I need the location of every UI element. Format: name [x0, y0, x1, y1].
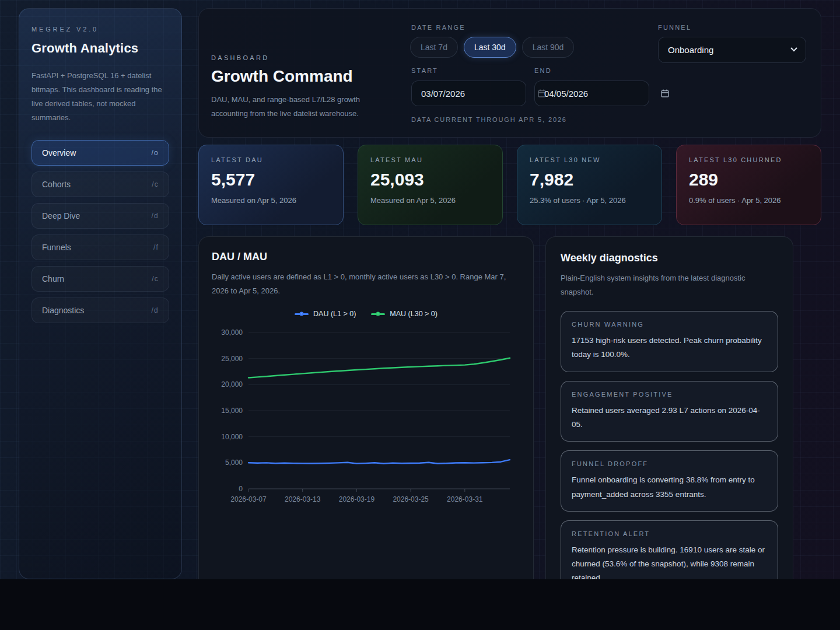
- app-description: FastAPI + PostgreSQL 16 + datelist bitma…: [32, 69, 169, 125]
- header-card: DASHBOARD Growth Command DAU, MAU, and r…: [198, 8, 821, 138]
- svg-text:5,000: 5,000: [225, 459, 243, 467]
- header-hero: DASHBOARD Growth Command DAU, MAU, and r…: [211, 54, 392, 121]
- insight-churn-warning: CHURN WARNING 17153 high-risk users dete…: [561, 311, 778, 372]
- sidebar-item-deep-dive[interactable]: Deep Dive /d: [32, 203, 169, 229]
- chart-title: DAU / MAU: [212, 251, 520, 263]
- stat-label: LATEST DAU: [211, 156, 331, 163]
- svg-text:2026-03-19: 2026-03-19: [339, 495, 375, 503]
- insight-body: Funnel onboarding is converting 38.8% fr…: [572, 473, 767, 502]
- svg-text:0: 0: [239, 485, 243, 493]
- svg-text:2026-03-13: 2026-03-13: [285, 495, 321, 503]
- app-version-kicker: MEGREZ V2.0: [32, 26, 169, 33]
- legend-label: DAU (L1 > 0): [313, 310, 356, 318]
- stat-value: 289: [689, 170, 808, 190]
- dashboard-kicker: DASHBOARD: [211, 54, 392, 61]
- funnel-label: FUNNEL: [658, 24, 691, 31]
- data-current-note: DATA CURRENT THROUGH APR 5, 2026: [411, 116, 567, 123]
- svg-text:25,000: 25,000: [221, 355, 243, 363]
- start-label: START: [411, 67, 438, 74]
- stat-card-latest-l30-new: LATEST L30 NEW 7,982 25.3% of users · Ap…: [517, 145, 662, 225]
- end-date-field: [534, 80, 649, 106]
- funnel-select[interactable]: Onboarding: [658, 37, 806, 63]
- sidebar-item-diagnostics[interactable]: Diagnostics /d: [32, 298, 169, 323]
- nav-label: Funnels: [42, 243, 71, 252]
- insight-body: 17153 high-risk users detected. Peak chu…: [572, 334, 767, 362]
- range-last-7d-button[interactable]: Last 7d: [410, 37, 458, 58]
- nav-label: Diagnostics: [42, 306, 84, 315]
- stat-label: LATEST MAU: [370, 156, 490, 163]
- nav-shortcut: /o: [152, 149, 159, 157]
- app-background: MEGREZ V2.0 Growth Analytics FastAPI + P…: [0, 0, 840, 579]
- nav-label: Deep Dive: [42, 211, 80, 220]
- insight-label: RETENTION ALERT: [572, 530, 767, 537]
- nav-label: Churn: [42, 274, 64, 284]
- stat-value: 7,982: [530, 170, 649, 190]
- svg-text:20,000: 20,000: [221, 380, 243, 388]
- stat-value: 25,093: [370, 170, 490, 190]
- end-label: END: [534, 67, 552, 74]
- svg-text:10,000: 10,000: [221, 433, 243, 441]
- nav-label: Overview: [42, 148, 76, 158]
- stat-label: LATEST L30 CHURNED: [689, 156, 808, 163]
- funnel-select-wrap: Onboarding: [658, 37, 806, 63]
- sidebar-item-funnels[interactable]: Funnels /f: [32, 235, 169, 260]
- calendar-icon: [660, 89, 670, 98]
- mau-series-marker-icon: [371, 310, 385, 318]
- start-date-input[interactable]: [412, 89, 537, 99]
- range-last-90d-button[interactable]: Last 90d: [522, 37, 575, 58]
- stat-card-latest-mau: LATEST MAU 25,093 Measured on Apr 5, 202…: [358, 145, 503, 225]
- start-date-field: [411, 80, 526, 106]
- sidebar-item-overview[interactable]: Overview /o: [32, 140, 169, 166]
- stat-subtext: Measured on Apr 5, 2026: [211, 196, 331, 205]
- diagnostics-title: Weekly diagnostics: [561, 252, 778, 264]
- diagnostics-description: Plain-English system insights from the l…: [561, 271, 778, 299]
- weekly-diagnostics-card: Weekly diagnostics Plain-English system …: [545, 236, 793, 579]
- nav-label: Cohorts: [42, 180, 71, 189]
- range-last-30d-button[interactable]: Last 30d: [464, 37, 516, 58]
- insight-label: ENGAGEMENT POSITIVE: [572, 391, 767, 398]
- insight-funnel-dropoff: FUNNEL DROPOFF Funnel onboarding is conv…: [561, 450, 778, 512]
- legend-item-mau: MAU (L30 > 0): [371, 310, 438, 318]
- page-subtitle: DAU, MAU, and range-based L7/L28 growth …: [211, 93, 392, 121]
- stat-label: LATEST L30 NEW: [530, 156, 649, 163]
- sidebar-nav: Overview /o Cohorts /c Deep Dive /d Funn…: [32, 140, 169, 323]
- nav-shortcut: /c: [152, 275, 159, 283]
- stat-cards-row: LATEST DAU 5,577 Measured on Apr 5, 2026…: [198, 145, 821, 225]
- dau-series-marker-icon: [295, 310, 309, 318]
- insight-body: Retained users averaged 2.93 L7 actions …: [572, 404, 767, 432]
- insight-label: CHURN WARNING: [572, 321, 767, 328]
- dau-mau-line-chart: 05,00010,00015,00020,00025,00030,0002026…: [212, 321, 522, 508]
- nav-shortcut: /c: [152, 180, 159, 188]
- app-title: Growth Analytics: [32, 41, 169, 56]
- date-range-group: Last 7d Last 30d Last 90d: [410, 37, 574, 58]
- chart-description: Daily active users are defined as L1 > 0…: [212, 270, 520, 298]
- insight-label: FUNNEL DROPOFF: [572, 460, 767, 467]
- nav-shortcut: /d: [152, 212, 159, 220]
- sidebar: MEGREZ V2.0 Growth Analytics FastAPI + P…: [19, 8, 182, 579]
- insight-engagement-positive: ENGAGEMENT POSITIVE Retained users avera…: [561, 381, 778, 442]
- sidebar-item-cohorts[interactable]: Cohorts /c: [32, 172, 169, 197]
- stat-subtext: 25.3% of users · Apr 5, 2026: [530, 196, 649, 205]
- dau-mau-chart-card: DAU / MAU Daily active users are defined…: [198, 236, 534, 579]
- stat-subtext: Measured on Apr 5, 2026: [370, 196, 490, 205]
- legend-item-dau: DAU (L1 > 0): [295, 310, 356, 318]
- date-range-label: DATE RANGE: [411, 24, 466, 31]
- nav-shortcut: /d: [152, 306, 159, 314]
- legend-label: MAU (L30 > 0): [390, 310, 438, 318]
- svg-text:30,000: 30,000: [221, 328, 243, 337]
- insight-body: Retention pressure is building. 16910 us…: [572, 543, 767, 579]
- svg-text:2026-03-31: 2026-03-31: [447, 495, 483, 503]
- svg-text:2026-03-25: 2026-03-25: [393, 495, 429, 503]
- stat-card-latest-dau: LATEST DAU 5,577 Measured on Apr 5, 2026: [198, 145, 344, 225]
- svg-text:2026-03-07: 2026-03-07: [230, 495, 267, 503]
- stat-subtext: 0.9% of users · Apr 5, 2026: [689, 196, 808, 205]
- sidebar-item-churn[interactable]: Churn /c: [32, 266, 169, 292]
- stat-card-latest-l30-churned: LATEST L30 CHURNED 289 0.9% of users · A…: [676, 145, 821, 225]
- end-date-input[interactable]: [535, 89, 660, 99]
- page-title: Growth Command: [211, 67, 392, 86]
- insight-list: CHURN WARNING 17153 high-risk users dete…: [561, 311, 778, 579]
- insight-retention-alert: RETENTION ALERT Retention pressure is bu…: [561, 520, 778, 579]
- chart-legend: DAU (L1 > 0) MAU (L30 > 0): [212, 310, 520, 318]
- svg-text:15,000: 15,000: [221, 407, 243, 415]
- stat-value: 5,577: [211, 170, 331, 190]
